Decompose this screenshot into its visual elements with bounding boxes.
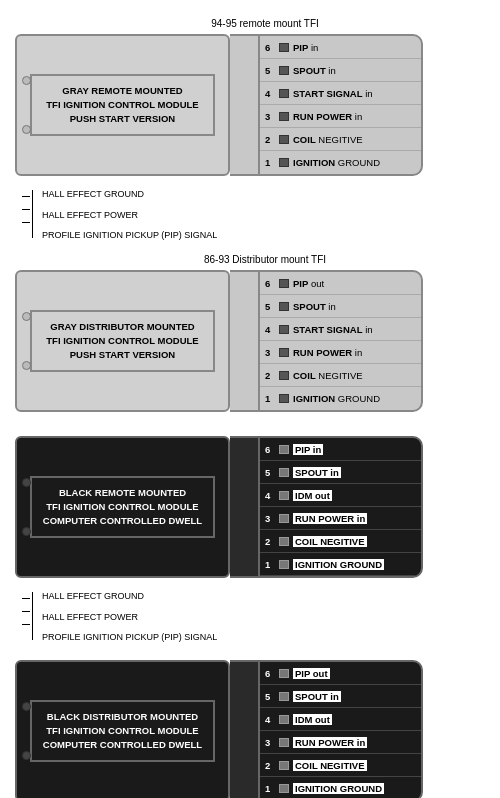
wire-label-hall-ground: HALL EFFECT GROUND (42, 190, 217, 199)
pin-row-1: 1 IGNITION GROUND (260, 387, 421, 410)
module-inner: GRAY REMOTE MOUNTEDTFI IGNITION CONTROL … (30, 74, 216, 136)
pin-row-5: 5 SPOUT in (260, 295, 421, 318)
pin-row-3: 3 RUN POWER in (260, 731, 421, 754)
pin-row-4: 4 IDM out (260, 708, 421, 731)
tick3 (22, 222, 30, 223)
wire-label-pip-signal: PROFILE IGNITION PICKUP (PIP) SIGNAL (42, 231, 217, 240)
gray-remote-label: 94-95 remote mount TFI (35, 18, 495, 29)
pin-square (279, 43, 289, 52)
screws-left (22, 272, 31, 410)
wire-label-hall-ground-2: HALL EFFECT GROUND (42, 592, 217, 601)
tick1b (22, 598, 30, 599)
pin-row-2: 2 COIL NEGITIVE (260, 530, 421, 553)
module-title: BLACK DISTRIBUTOR MOUNTEDTFI IGNITION CO… (43, 710, 202, 751)
pin-square (279, 325, 289, 334)
pin-row-2: 2 COIL NEGITIVE (260, 128, 421, 151)
pin-row-4: 4 START SIGNAL in (260, 82, 421, 105)
screw-bottom (22, 527, 31, 536)
section-black-remote: BLACK REMOTE MOUNTEDTFI IGNITION CONTROL… (0, 424, 500, 590)
tick3b (22, 624, 30, 625)
screws-left (22, 438, 31, 576)
pin-row-6: 6 PIP out (260, 662, 421, 685)
pin-square (279, 537, 289, 546)
pin-square (279, 89, 289, 98)
pin-row-6: 6 PIP in (260, 438, 421, 461)
pin-row-2: 2 COIL NEGITIVE (260, 754, 421, 777)
pin-row-3: 3 RUN POWER in (260, 507, 421, 530)
pin-square (279, 692, 289, 701)
gray-remote-module: GRAY REMOTE MOUNTEDTFI IGNITION CONTROL … (15, 34, 230, 176)
tick2b (22, 611, 30, 612)
gray-dist-label: 86-93 Distributor mount TFI (35, 254, 495, 265)
connector-gray-dist: 6 PIP out 5 SPOUT in 4 START SIGNAL in 3 (258, 270, 423, 412)
module-inner: BLACK DISTRIBUTOR MOUNTEDTFI IGNITION CO… (30, 700, 216, 762)
gray-dist-assembly: GRAY DISTRIBUTOR MOUNTEDTFI IGNITION CON… (15, 270, 485, 412)
pin-square (279, 514, 289, 523)
screw-bottom (22, 361, 31, 370)
wire-section-1: HALL EFFECT GROUND HALL EFFECT POWER PRO… (18, 190, 500, 240)
pin-row-6: 6 PIP in (260, 36, 421, 59)
pin-square (279, 279, 289, 288)
connector-gray-remote: 6 PIP in 5 SPOUT in 4 START SIGNAL in 3 (258, 34, 423, 176)
black-remote-module: BLACK REMOTE MOUNTEDTFI IGNITION CONTROL… (15, 436, 230, 578)
screw-bottom (22, 125, 31, 134)
pin-square (279, 394, 289, 403)
black-dist-assembly: BLACK DISTRIBUTOR MOUNTEDTFI IGNITION CO… (15, 660, 485, 798)
module-title: GRAY DISTRIBUTOR MOUNTEDTFI IGNITION CON… (46, 320, 198, 361)
tick2 (22, 209, 30, 210)
pin-row-5: 5 SPOUT in (260, 685, 421, 708)
pin-row-4: 4 START SIGNAL in (260, 318, 421, 341)
pin-row-3: 3 RUN POWER in (260, 105, 421, 128)
pin-row-1: 1 IGNITION GROUND (260, 151, 421, 174)
black-remote-assembly: BLACK REMOTE MOUNTEDTFI IGNITION CONTROL… (15, 436, 485, 578)
pin-square (279, 135, 289, 144)
screw-top (22, 76, 31, 85)
bridge (230, 436, 258, 578)
pin-square (279, 669, 289, 678)
pin-row-3: 3 RUN POWER in (260, 341, 421, 364)
module-title: GRAY REMOTE MOUNTEDTFI IGNITION CONTROL … (46, 84, 198, 125)
screws-left (22, 36, 31, 174)
screw-bottom (22, 751, 31, 760)
pin-square (279, 468, 289, 477)
diagram-container: 94-95 remote mount TFI GRAY REMOTE MOUNT… (0, 0, 500, 798)
pin-square (279, 302, 289, 311)
black-dist-module: BLACK DISTRIBUTOR MOUNTEDTFI IGNITION CO… (15, 660, 230, 798)
wire-label-hall-power: HALL EFFECT POWER (42, 211, 217, 220)
pin-row-5: 5 SPOUT in (260, 461, 421, 484)
pin-square (279, 112, 289, 121)
pin-square (279, 348, 289, 357)
pin-square (279, 445, 289, 454)
wire-label-pip-signal-2: PROFILE IGNITION PICKUP (PIP) SIGNAL (42, 633, 217, 642)
screw-top (22, 702, 31, 711)
pin-square (279, 715, 289, 724)
wire-label-hall-power-2: HALL EFFECT POWER (42, 613, 217, 622)
pin-row-4: 4 IDM out (260, 484, 421, 507)
pin-row-1: 1 IGNITION GROUND (260, 553, 421, 576)
pin-square (279, 491, 289, 500)
screw-top (22, 478, 31, 487)
pin-square (279, 761, 289, 770)
bridge (230, 660, 258, 798)
module-title: BLACK REMOTE MOUNTEDTFI IGNITION CONTROL… (43, 486, 202, 527)
section-gray-dist: 86-93 Distributor mount TFI GRAY DISTRIB… (0, 246, 500, 424)
wire-vert-bar (32, 190, 33, 238)
module-inner: BLACK REMOTE MOUNTEDTFI IGNITION CONTROL… (30, 476, 216, 538)
module-inner: GRAY DISTRIBUTOR MOUNTEDTFI IGNITION CON… (30, 310, 216, 372)
pin-square (279, 66, 289, 75)
bridge (230, 270, 258, 412)
section-gray-remote: 94-95 remote mount TFI GRAY REMOTE MOUNT… (0, 10, 500, 188)
wire-section-2: HALL EFFECT GROUND HALL EFFECT POWER PRO… (18, 592, 500, 642)
bridge (230, 34, 258, 176)
pin-square (279, 738, 289, 747)
pin-square (279, 560, 289, 569)
gray-remote-assembly: GRAY REMOTE MOUNTEDTFI IGNITION CONTROL … (15, 34, 485, 176)
pin-square (279, 158, 289, 167)
screw-top (22, 312, 31, 321)
section-black-dist: BLACK DISTRIBUTOR MOUNTEDTFI IGNITION CO… (0, 648, 500, 798)
pin-square (279, 784, 289, 793)
pin-row-6: 6 PIP out (260, 272, 421, 295)
screws-left (22, 662, 31, 798)
pin-square (279, 371, 289, 380)
gray-dist-module: GRAY DISTRIBUTOR MOUNTEDTFI IGNITION CON… (15, 270, 230, 412)
